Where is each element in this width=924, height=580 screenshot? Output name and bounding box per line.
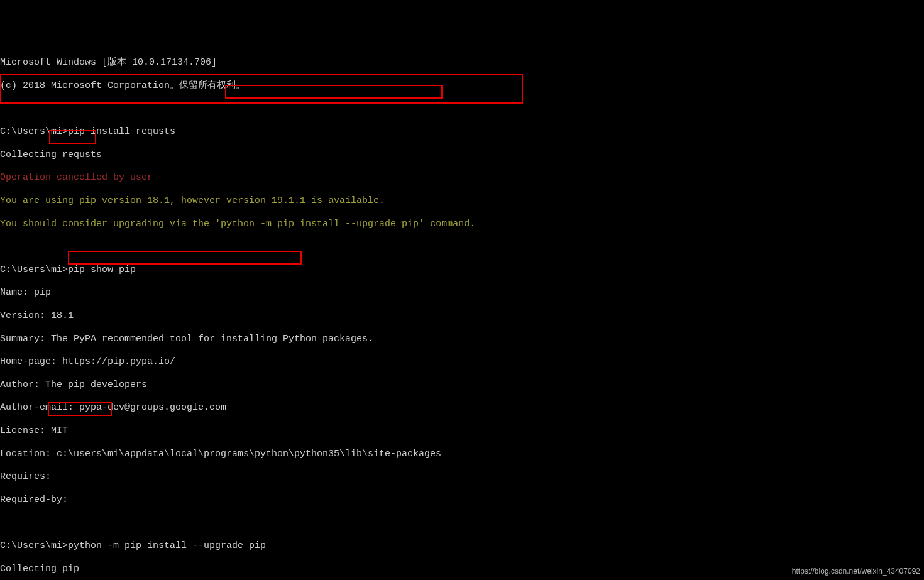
output-author-email-1: Author-email: pypa-dev@groups.google.com [0,402,924,413]
output-required-by-1: Required-by: [0,495,924,506]
output-name-pip-1: Name: pip [0,287,924,298]
output-collecting-pip: Collecting pip [0,564,924,575]
output-version-label-1: Version: [0,310,51,321]
output-author-1: Author: The pip developers [0,380,924,391]
error-operation-cancelled: Operation cancelled by user [0,172,924,183]
pip-warning-command: python -m pip install --upgrade pip [221,219,419,229]
output-summary-1: Summary: The PyPA recommended tool for i… [0,334,924,345]
output-version-value-1: 18.1 [51,310,74,321]
output-homepage-1: Home-page: https://pip.pypa.io/ [0,356,924,368]
prompt: C:\Users\mi> [0,126,68,137]
prompt: C:\Users\mi> [0,540,68,551]
copyright-line: (c) 2018 Microsoft Corporation。保留所有权利。 [0,80,924,92]
pip-warning-line2-post: ' command. [419,219,475,229]
terminal-output[interactable]: Microsoft Windows [版本 10.0.17134.706] (c… [0,46,924,580]
output-location-1: Location: c:\users\mi\appdata\local\prog… [0,449,924,460]
output-license-1: License: MIT [0,425,924,437]
command-pip-show-pip-1: pip show pip [68,265,136,275]
windows-version-line: Microsoft Windows [版本 10.0.17134.706] [0,57,924,68]
output-collecting-requsts: Collecting requsts [0,150,924,161]
pip-warning-line2-pre: You should consider upgrading via the ' [0,219,221,229]
watermark-text: https://blog.csdn.net/weixin_43407092 [792,566,920,577]
pip-warning-line1: You are using pip version 18.1, however … [0,195,924,207]
output-requires-1: Requires: [0,471,924,483]
command-pip-install-requsts: pip install requsts [68,126,175,137]
command-upgrade-pip: python -m pip install --upgrade pip [68,540,266,551]
prompt: C:\Users\mi> [0,265,68,275]
